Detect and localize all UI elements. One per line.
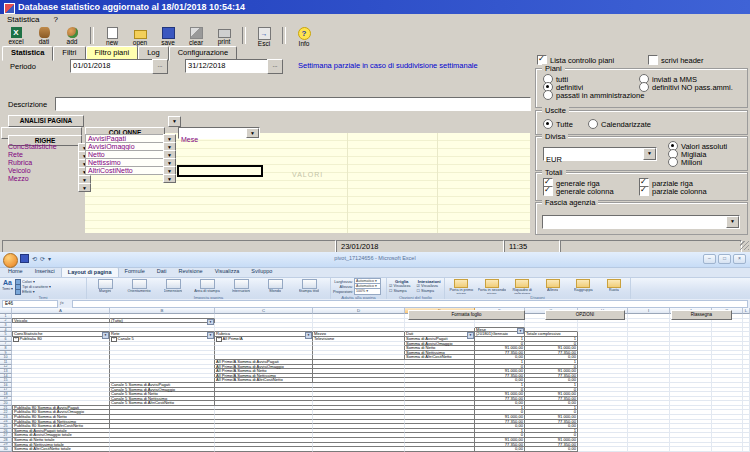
filter-dropdown-icon[interactable]: ▼ (102, 332, 109, 338)
cell-C30[interactable] (215, 447, 313, 452)
menu-item-[interactable]: ? (46, 14, 64, 27)
ribbon-button-ruota[interactable]: Ruota (600, 279, 629, 294)
toolbar-button-new[interactable]: new (98, 27, 126, 46)
cell-E30[interactable] (405, 447, 475, 452)
ribbon-button-raggruppa[interactable]: Raggruppa (569, 279, 598, 294)
toolbar-button-add[interactable]: add (58, 27, 86, 46)
piani-definitivi-NO-pass-ammi--radio[interactable] (639, 82, 649, 92)
minimize-icon[interactable]: – (703, 254, 716, 264)
filter-dropdown-icon[interactable]: ▼ (517, 328, 524, 334)
scrivi-header-option[interactable]: scrivi header (648, 55, 704, 65)
fascia-agenzia-combobox[interactable]: ▼ (542, 215, 740, 229)
toolbar-button-open[interactable]: open (126, 27, 154, 46)
ribbon-button-stampa-titoli[interactable]: Stampa titoli (293, 279, 325, 294)
ribbon-button-sfondo[interactable]: Sfondo (259, 279, 291, 294)
ribbon-field-value[interactable]: 100% ▾ (354, 288, 381, 295)
ribbon-button-interruzioni[interactable]: Interruzioni (225, 279, 257, 294)
toolbar-button-esci[interactable]: →Esci (250, 27, 278, 46)
filter-dropdown-icon[interactable]: ▼ (467, 332, 474, 338)
toolbar-button-print[interactable]: print (210, 27, 238, 46)
totali-parziale-colonna[interactable]: parziale colonna (639, 186, 707, 196)
ribbon-tab-visualizza[interactable]: Visualizza (209, 267, 246, 277)
ribbon-button-porta-in-primo-piano[interactable]: Porta in primo piano (447, 279, 476, 294)
uscite-tutte[interactable]: Tutte (543, 119, 573, 129)
cell-H30[interactable] (578, 447, 628, 452)
uscite-calendarizzate[interactable]: Calendarizzate (588, 119, 651, 129)
colonne-item-altricostinetto[interactable]: AltriCostiNetto (85, 166, 165, 175)
sheet-button-formatta-foglio[interactable]: Formatta foglio (408, 310, 525, 320)
divisa-Milioni-radio[interactable] (668, 157, 678, 167)
ribbon-tab-dati[interactable]: Dati (151, 267, 173, 277)
piani-definitivi-NO-pass-ammi-[interactable]: definitivi NO pass.ammi. (639, 82, 733, 92)
cell-J30[interactable] (670, 447, 712, 452)
cell-D30[interactable] (313, 447, 405, 452)
date-to-browse-button[interactable]: ... (267, 59, 283, 74)
uscite-tutte-radio[interactable] (543, 119, 553, 129)
filter-dropdown-icon[interactable]: ▼ (207, 332, 214, 338)
ribbon-tab-sviluppo[interactable]: Sviluppo (245, 267, 278, 277)
selected-cell[interactable] (177, 165, 263, 177)
descrizione-input[interactable] (55, 97, 531, 111)
filter-dropdown-icon[interactable]: ▼ (305, 332, 312, 338)
mese-combobox[interactable]: Mese ▼ (178, 127, 260, 139)
filter-dropdown-icon[interactable]: ▼ (207, 319, 214, 325)
analisi-pagina-dropdown[interactable]: ▼ (168, 116, 181, 127)
date-from-input[interactable]: 01/01/2018 (70, 59, 156, 73)
ribbon-tab-home[interactable]: Home (2, 267, 29, 277)
date-from-browse-button[interactable]: ... (152, 59, 168, 74)
cell-F30[interactable]: 0,00 (475, 447, 525, 452)
menu-item-Statistica[interactable]: Statistica (0, 14, 46, 27)
ribbon-button-margini[interactable]: Margini (89, 279, 121, 294)
toolbar-button-info[interactable]: ?Info (290, 27, 318, 46)
toolbar-button-dati[interactable]: dati (30, 27, 58, 46)
cell-I30[interactable] (628, 447, 670, 452)
analisi-pagina-button[interactable]: ANALISI PAGINA (8, 115, 84, 127)
sheet-button-opzioni[interactable]: OPZIONI (545, 310, 625, 320)
maximize-icon[interactable]: □ (718, 254, 731, 264)
toolbar-button-clear[interactable]: clear (182, 27, 210, 46)
ribbon-tab-formule[interactable]: Formule (119, 267, 151, 277)
divisa-Milioni[interactable]: Milioni (668, 157, 702, 167)
name-box[interactable]: E46 (2, 300, 58, 308)
ribbon-check-stampa[interactable]: ☐ Stampa (417, 289, 443, 294)
cell-B30[interactable] (110, 447, 215, 452)
ribbon-button-riquadro-di-selezione[interactable]: Riquadro di selezione (508, 279, 537, 294)
totali-generale-colonna-checkbox[interactable] (543, 186, 553, 196)
divisa-combobox[interactable]: EUR ▼ (543, 147, 657, 161)
close-icon[interactable]: × (733, 254, 746, 264)
toolbar-button-excel[interactable]: Xexcel (2, 27, 30, 46)
sheet-button-riassegna[interactable]: Riassegna (671, 310, 732, 320)
ribbon-button-temi[interactable]: AaTemi ▾ (2, 279, 13, 294)
colonne-item-dropdown[interactable]: ▼ (163, 174, 176, 183)
mese-combobox-arrow[interactable]: ▼ (246, 128, 259, 138)
pivot-collapse-icon[interactable]: − (13, 337, 19, 343)
formula-input[interactable] (72, 300, 748, 308)
date-to-input[interactable]: 31/12/2018 (185, 59, 271, 73)
cell-G30[interactable]: 0,00 (525, 447, 578, 452)
uscite-calendarizzate-radio[interactable] (588, 119, 598, 129)
fascia-agenzia-combobox-arrow[interactable]: ▼ (726, 216, 739, 228)
ribbon-button-orientamento[interactable]: Orientamento (123, 279, 155, 294)
righe-item-dropdown[interactable]: ▼ (78, 183, 91, 192)
pivot-collapse-icon[interactable]: − (111, 337, 117, 343)
totali-generale-colonna[interactable]: generale colonna (543, 186, 614, 196)
pivot-collapse-icon[interactable]: − (216, 337, 222, 343)
row-header-30[interactable]: 30 (0, 447, 12, 452)
resize-grip[interactable] (740, 241, 749, 250)
piani-passati-in-amministrazione-radio[interactable] (543, 90, 553, 100)
tab-statistica[interactable]: Statistica (2, 46, 53, 61)
ribbon-check-stampa[interactable]: ☐ Stampa (389, 289, 415, 294)
toolbar-button-save[interactable]: save (154, 27, 182, 46)
piani-passati-in-amministrazione[interactable]: passati in amministrazione (543, 90, 644, 100)
scrivi-header-checkbox[interactable] (648, 55, 658, 65)
ribbon-button-allinea[interactable]: Allinea (539, 279, 568, 294)
ribbon-tab-layout-di-pagina[interactable]: Layout di pagina (61, 267, 119, 277)
ribbon-tab-inserisci[interactable]: Inserisci (29, 267, 61, 277)
ribbon-tab-revisione[interactable]: Revisione (173, 267, 209, 277)
cell-L30[interactable] (743, 447, 750, 452)
cell-A30[interactable]: Somma di AltriCostiNetto totale (12, 447, 110, 452)
ribbon-button-porta-in-secondo-piano[interactable]: Porta in secondo piano (478, 279, 507, 294)
divisa-combobox-arrow[interactable]: ▼ (643, 148, 656, 160)
ribbon-button-effetti[interactable]: Effetti ▾ (15, 289, 51, 294)
cell-K30[interactable] (712, 447, 743, 452)
